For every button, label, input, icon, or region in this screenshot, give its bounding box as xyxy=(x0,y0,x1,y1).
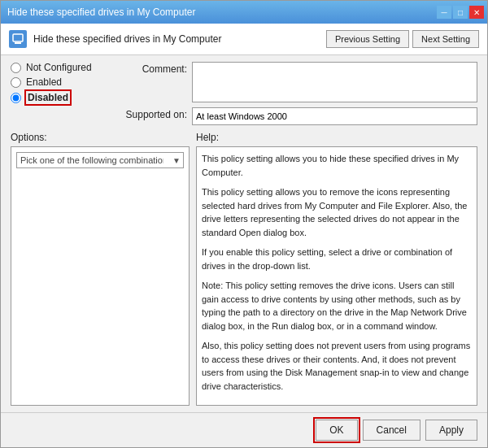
not-configured-row: Not Configured xyxy=(11,62,108,73)
dialog-header: Hide these specified drives in My Comput… xyxy=(1,24,487,55)
dialog-body: Not Configured Enabled Disabled Comment: xyxy=(1,55,487,412)
help-paragraph-1: This policy setting allows you to hide t… xyxy=(202,152,472,179)
nav-buttons: Previous Setting Next Setting xyxy=(326,30,479,48)
drive-combo[interactable]: Pick one of the following combinations R… xyxy=(16,152,184,168)
combo-wrapper: Pick one of the following combinations R… xyxy=(16,152,184,168)
maximize-button[interactable]: □ xyxy=(453,6,468,19)
radio-section: Not Configured Enabled Disabled xyxy=(11,62,108,119)
supported-label: Supported on: xyxy=(118,107,187,120)
supported-input xyxy=(192,107,477,125)
options-help-section: Options: Pick one of the following combi… xyxy=(11,132,477,406)
help-box[interactable]: This policy setting allows you to hide t… xyxy=(196,146,477,406)
window-controls: ─ □ ✕ xyxy=(437,6,484,19)
enabled-label[interactable]: Enabled xyxy=(26,76,62,88)
disabled-row: Disabled xyxy=(11,91,108,104)
header-icon xyxy=(9,30,27,48)
help-panel: Help: This policy setting allows you to … xyxy=(196,132,477,406)
options-panel: Options: Pick one of the following combi… xyxy=(11,132,190,406)
help-paragraph-3: If you enable this policy setting, selec… xyxy=(202,246,472,272)
options-title: Options: xyxy=(11,132,190,143)
dialog-footer: OK Cancel Apply xyxy=(1,412,487,447)
disabled-label[interactable]: Disabled xyxy=(26,91,70,104)
options-box: Pick one of the following combinations R… xyxy=(11,146,190,406)
disabled-radio[interactable] xyxy=(11,93,21,103)
help-paragraph-4: Note: This policy setting removes the dr… xyxy=(202,279,472,333)
comment-textarea[interactable] xyxy=(192,62,477,102)
enabled-radio[interactable] xyxy=(11,77,21,88)
close-button[interactable]: ✕ xyxy=(469,6,484,19)
comment-row: Comment: xyxy=(118,62,477,102)
next-setting-button[interactable]: Next Setting xyxy=(412,30,479,48)
previous-setting-button[interactable]: Previous Setting xyxy=(326,30,409,48)
comment-label: Comment: xyxy=(118,62,187,75)
ok-button[interactable]: OK xyxy=(316,420,357,441)
header-left: Hide these specified drives in My Comput… xyxy=(9,30,221,48)
not-configured-label[interactable]: Not Configured xyxy=(26,62,92,73)
apply-button[interactable]: Apply xyxy=(425,420,477,441)
help-paragraph-2: This policy setting allows you to remove… xyxy=(202,185,472,239)
window-title: Hide these specified drives in My Comput… xyxy=(7,7,195,18)
svg-rect-1 xyxy=(15,42,21,44)
supported-row: Supported on: xyxy=(118,107,477,125)
svg-rect-0 xyxy=(13,34,23,41)
help-title: Help: xyxy=(196,132,477,143)
not-configured-radio[interactable] xyxy=(11,63,21,73)
main-window: Hide these specified drives in My Comput… xyxy=(0,0,488,448)
header-title-text: Hide these specified drives in My Comput… xyxy=(33,33,221,45)
cancel-button[interactable]: Cancel xyxy=(363,420,420,441)
minimize-button[interactable]: ─ xyxy=(437,6,451,19)
enabled-row: Enabled xyxy=(11,76,108,88)
help-paragraph-5: Also, this policy setting does not preve… xyxy=(202,339,472,393)
title-bar: Hide these specified drives in My Comput… xyxy=(1,1,487,24)
